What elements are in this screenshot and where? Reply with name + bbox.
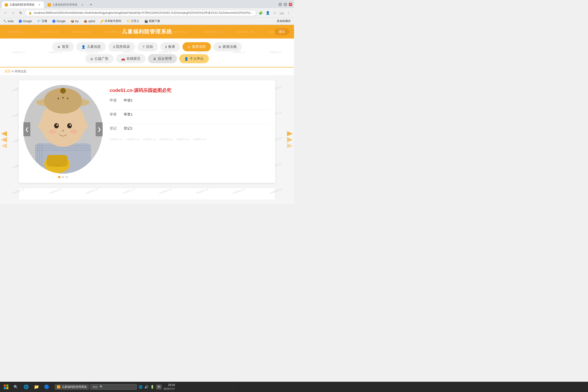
shencha-value: 审查1	[124, 112, 132, 117]
tab-close-1[interactable]: ✕	[38, 3, 41, 6]
nav-adoption-label: 领养流程	[192, 44, 206, 49]
photo-section: ❮	[23, 85, 103, 178]
next-icon: ❯	[97, 126, 101, 132]
nav-recipes-label: 食谱	[168, 44, 175, 49]
carousel-dots	[23, 176, 103, 178]
uplod-label: uplod	[88, 20, 95, 23]
svg-point-14	[67, 123, 72, 128]
backend-icon: 🖥	[153, 57, 156, 61]
logout-button[interactable]: 退出	[274, 28, 289, 35]
bookmark-google2[interactable]: Google	[51, 19, 66, 23]
prev-icon: ❮	[25, 126, 29, 132]
dot-2[interactable]	[62, 176, 64, 178]
address-text: localhost:8080/ssm2i051/front/dist/index…	[34, 11, 253, 15]
svg-point-21	[81, 122, 88, 130]
back-button[interactable]: ←	[2, 10, 8, 16]
svg-rect-26	[47, 155, 68, 166]
nav-guestbook[interactable]: 🚗 在线留言	[116, 54, 146, 63]
baocang-icon: 💎	[37, 20, 40, 23]
dot-1[interactable]	[58, 176, 60, 178]
nav-profile-label: 个人中心	[190, 56, 204, 61]
nav-recipes[interactable]: ℹ 食谱	[160, 42, 180, 51]
other-bookmarks[interactable]: 其他收藏夹	[276, 19, 292, 24]
bookmark-import[interactable]: 📁 已导入	[126, 19, 140, 24]
bookmark-tools[interactable]: 🔧 tools	[2, 19, 14, 23]
breadcrumb-separator: ≡	[12, 70, 14, 73]
nav-backend-label: 后台管理	[158, 56, 172, 61]
child-photo	[23, 85, 103, 174]
nav-activities[interactable]: ? 活动	[138, 42, 158, 51]
nav-facility[interactable]: ℹ 院所风采	[108, 42, 135, 51]
site-title: 儿童福利院管理系统	[122, 29, 172, 34]
refresh-button[interactable]: ↻	[18, 10, 24, 16]
bookmark-account[interactable]: 🔑 共享账号密码	[99, 19, 122, 24]
shenqing-value: 申请1	[124, 98, 132, 103]
new-tab-button[interactable]: +	[88, 2, 94, 8]
browser-tab-1[interactable]: 儿童福利院管理系统 ✕	[2, 2, 44, 8]
profile-button[interactable]: 👤	[264, 10, 271, 16]
minimize-button[interactable]: —	[278, 3, 282, 6]
tab-favicon-1	[5, 3, 8, 6]
svg-point-16	[70, 124, 71, 126]
svg-point-24	[67, 98, 68, 99]
forward-button[interactable]: →	[10, 10, 16, 16]
svg-point-15	[56, 124, 58, 126]
carousel-next-button[interactable]: ❯	[96, 122, 103, 136]
google-icon	[19, 20, 22, 23]
nav-children[interactable]: 👤 儿童信息	[76, 42, 106, 51]
dengji-label: 登记	[110, 126, 119, 131]
nav-backend[interactable]: 🖥 后台管理	[148, 54, 177, 63]
settings-button[interactable]: ⋮	[286, 10, 292, 16]
content-area: code51.cncode51.cncode51.cn code51.cncod…	[0, 76, 294, 204]
breadcrumb-home[interactable]: 首页	[5, 70, 11, 73]
site-header: code51.cncode51.cncode51.cn code51.cncod…	[0, 25, 294, 38]
bookmark-button[interactable]: 📖	[278, 10, 285, 16]
nav-profile[interactable]: 👤 个人中心	[179, 54, 209, 63]
video-label: 视频下载	[149, 19, 160, 23]
import-label: 已导入	[131, 19, 139, 23]
tab-favicon-2	[48, 3, 51, 6]
ad-icon: ◎	[90, 57, 93, 61]
svg-point-18	[49, 129, 56, 134]
browser-tab-2[interactable]: 儿童福利院管理系统 ✕	[45, 2, 87, 8]
info-section: code51.cn-源码乐园盗图必究 申请 申请1 审查 审查1 登记 登记1	[110, 85, 271, 178]
detail-card: ❮	[19, 80, 275, 183]
nav-home[interactable]: ★ 首页	[52, 42, 74, 51]
bookmark-txy[interactable]: 📦 txy	[70, 19, 80, 23]
main-nav-container: code51.cncode51.cncode51.cn code51.cncod…	[0, 38, 294, 68]
side-arrow-right	[287, 131, 293, 148]
nav-policy[interactable]: ⊘ 政策法规	[213, 42, 242, 51]
nav-facility-label: 院所风采	[116, 44, 130, 49]
nav-ad[interactable]: ◎ 公益广告	[85, 54, 114, 63]
comment-input[interactable]	[19, 188, 275, 200]
guestbook-icon: 🚗	[121, 57, 125, 61]
dengji-value: 登记1	[124, 126, 132, 131]
comment-box[interactable]	[19, 188, 275, 199]
bookmark-google[interactable]: Google	[18, 19, 33, 23]
google-label: Google	[23, 20, 32, 23]
svg-point-12	[60, 88, 66, 94]
bookmark-baocang[interactable]: 💎 宝藏	[36, 19, 48, 24]
account-label: 共享账号密码	[104, 19, 121, 23]
info-watermark: code51.cncode51.cncode51.cn code51.cncod…	[110, 138, 271, 141]
maximize-button[interactable]: □	[284, 3, 287, 6]
tools-label: tools	[8, 20, 14, 23]
browser-chrome: 儿童福利院管理系统 ✕ 儿童福利院管理系统 ✕ + — □ ✕ ← → ↻ 🔒 …	[0, 0, 294, 25]
baocang-label: 宝藏	[42, 19, 47, 23]
nav-adoption[interactable]: ⊙ 领养流程	[182, 42, 211, 51]
carousel-prev-button[interactable]: ❮	[23, 122, 30, 136]
lock-icon: 🔒	[28, 11, 32, 14]
side-arrow-left	[1, 131, 7, 148]
page-content: code51.cncode51.cncode51.cn code51.cncod…	[0, 25, 294, 204]
dot-3[interactable]	[66, 176, 68, 178]
bookmark-video[interactable]: 🎬 视频下载	[144, 19, 161, 24]
home-icon: ★	[58, 45, 60, 49]
breadcrumb: 首页 ≡ 详情信息	[0, 68, 294, 76]
bookmark-uplod[interactable]: 📤 uplod	[83, 19, 96, 23]
close-button[interactable]: ✕	[289, 3, 292, 6]
star-button[interactable]: ☆	[272, 10, 278, 16]
extensions-button[interactable]: 🧩	[258, 10, 264, 16]
uplod-icon: 📤	[84, 20, 87, 23]
tab-close-2[interactable]: ✕	[81, 3, 84, 6]
address-bar[interactable]: 🔒 localhost:8080/ssm2i051/front/dist/ind…	[25, 10, 256, 16]
